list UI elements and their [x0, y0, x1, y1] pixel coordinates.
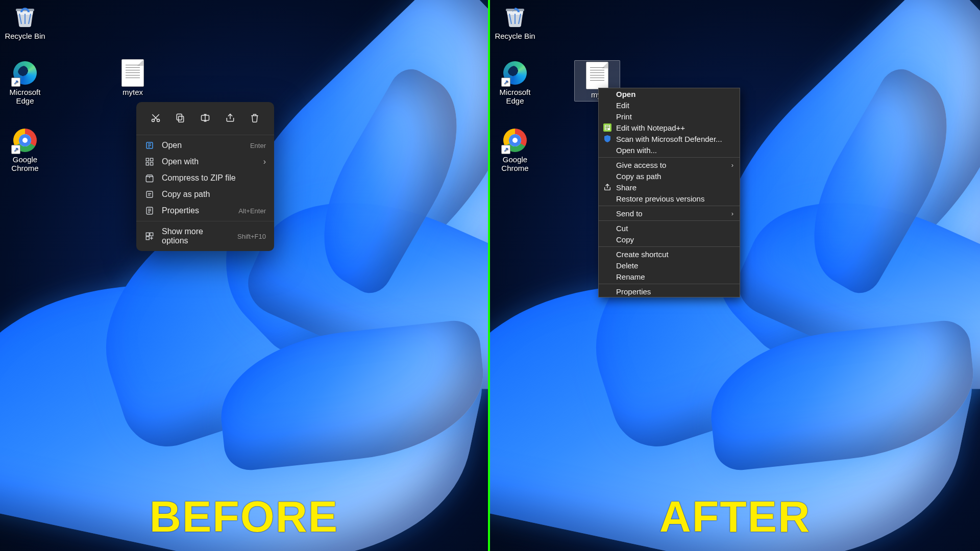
context-item-label: Edit	[616, 101, 733, 110]
desktop-icon-label: Google Chrome	[2, 155, 48, 172]
recycle-bin-icon	[12, 4, 38, 30]
properties-icon	[144, 206, 155, 215]
edge-icon: ↗	[12, 60, 38, 86]
context-item-label: Properties	[162, 206, 231, 215]
chrome-icon: ↗	[502, 128, 528, 153]
classic-item-give-access[interactable]: Give access to ›	[599, 159, 740, 170]
classic-item-share[interactable]: Share	[599, 182, 740, 193]
defender-shield-icon	[603, 135, 612, 143]
context-item-hint: Alt+Enter	[238, 207, 266, 215]
context-item-compress[interactable]: Compress to ZIP file	[136, 170, 274, 186]
classic-item-defender[interactable]: Scan with Microsoft Defender...	[599, 133, 740, 144]
context-item-label: Delete	[616, 261, 733, 270]
classic-item-edit[interactable]: Edit	[599, 99, 740, 111]
svg-rect-10	[151, 163, 153, 165]
classic-item-send-to[interactable]: Send to ›	[599, 208, 740, 219]
desktop-icon-chrome[interactable]: ↗ Google Chrome	[2, 128, 48, 172]
desktop-icon-label: Recycle Bin	[5, 32, 45, 40]
share-button[interactable]	[222, 109, 239, 127]
context-item-label: Open	[162, 141, 243, 150]
classic-item-print[interactable]: Print	[599, 111, 740, 122]
classic-item-properties[interactable]: Properties	[599, 286, 740, 297]
classic-item-open[interactable]: Open	[599, 88, 740, 99]
classic-item-cut[interactable]: Cut	[599, 222, 740, 234]
caption-before: BEFORE	[150, 491, 338, 542]
chevron-right-icon: ›	[263, 157, 266, 166]
svg-rect-3	[179, 116, 184, 122]
svg-rect-7	[146, 158, 149, 161]
context-item-label: Open	[616, 90, 733, 98]
svg-rect-9	[146, 163, 149, 165]
context-item-label: Print	[616, 112, 733, 121]
svg-rect-13	[146, 233, 149, 236]
svg-rect-11	[146, 191, 153, 197]
context-item-label: Copy	[616, 235, 733, 244]
context-item-label: Open with	[162, 157, 256, 166]
svg-point-2	[157, 119, 159, 122]
text-file-icon	[584, 63, 610, 88]
notepadpp-icon	[603, 123, 612, 132]
context-item-label: Show more options	[162, 227, 230, 245]
context-item-label: Send to	[616, 209, 726, 218]
delete-button[interactable]	[246, 109, 263, 127]
shortcut-overlay-icon: ↗	[11, 145, 20, 154]
cut-button[interactable]	[147, 109, 164, 127]
context-item-label: Copy as path	[616, 172, 733, 181]
classic-item-copy-path[interactable]: Copy as path	[599, 170, 740, 182]
svg-rect-4	[177, 114, 182, 120]
desktop-icon-edge[interactable]: ↗ Microsoft Edge	[2, 60, 48, 105]
svg-rect-8	[151, 158, 153, 161]
context-item-label: Rename	[616, 272, 733, 281]
classic-item-restore[interactable]: Restore previous versions	[599, 193, 740, 204]
context-item-label: Edit with Notepad++	[616, 123, 733, 132]
context-item-copy-path[interactable]: Copy as path	[136, 186, 274, 203]
classic-item-open-with[interactable]: Open with...	[599, 144, 740, 156]
desktop-icon-label: mytex	[122, 88, 143, 96]
context-item-label: Compress to ZIP file	[162, 173, 266, 183]
desktop-icon-recycle-bin[interactable]: Recycle Bin	[492, 4, 538, 40]
share-icon	[603, 183, 612, 191]
context-item-more-options[interactable]: Show more options Shift+F10	[136, 223, 274, 249]
copy-path-icon	[144, 190, 155, 199]
desktop-icon-textfile[interactable]: mytex	[110, 60, 156, 96]
chevron-right-icon: ›	[731, 210, 733, 217]
context-item-label: Restore previous versions	[616, 194, 733, 203]
shortcut-overlay-icon: ↗	[11, 78, 20, 87]
context-item-properties[interactable]: Properties Alt+Enter	[136, 203, 274, 219]
context-item-open[interactable]: Open Enter	[136, 137, 274, 154]
context-item-label: Give access to	[616, 161, 726, 169]
zip-icon	[144, 173, 155, 183]
classic-item-notepadpp[interactable]: Edit with Notepad++	[599, 122, 740, 133]
desktop-icon-chrome[interactable]: ↗ Google Chrome	[492, 128, 538, 172]
before-panel: Recycle Bin ↗ Microsoft Edge ↗ Google Ch…	[0, 0, 490, 551]
copy-button[interactable]	[172, 109, 189, 127]
context-item-open-with[interactable]: Open with ›	[136, 154, 274, 170]
context-menu-classic: Open Edit Print Edit with Notepad++ Scan…	[598, 88, 740, 297]
desktop-icon-label: Google Chrome	[492, 155, 538, 172]
rename-button[interactable]	[197, 109, 214, 127]
svg-point-1	[152, 119, 154, 122]
classic-item-shortcut[interactable]: Create shortcut	[599, 248, 740, 260]
classic-item-copy[interactable]: Copy	[599, 234, 740, 245]
context-menu-win11: Open Enter Open with › Compress to ZIP f…	[136, 102, 274, 251]
desktop-icon-edge[interactable]: ↗ Microsoft Edge	[492, 60, 538, 105]
classic-item-rename[interactable]: Rename	[599, 271, 740, 282]
desktop-icon-label: Microsoft Edge	[492, 88, 538, 105]
chrome-icon: ↗	[12, 128, 38, 153]
context-item-label: Open with...	[616, 146, 733, 155]
more-options-icon	[144, 232, 155, 241]
text-file-icon	[120, 60, 145, 86]
edge-icon: ↗	[502, 60, 528, 86]
svg-rect-15	[146, 237, 149, 240]
caption-after: AFTER	[659, 491, 811, 542]
open-with-icon	[144, 157, 155, 166]
classic-item-delete[interactable]: Delete	[599, 260, 740, 271]
context-item-label: Create shortcut	[616, 250, 733, 259]
shortcut-overlay-icon: ↗	[501, 145, 510, 154]
desktop-icon-label: Recycle Bin	[495, 32, 535, 40]
context-item-label: Properties	[616, 287, 733, 296]
context-item-label: Scan with Microsoft Defender...	[616, 135, 733, 143]
wallpaper-bloom	[0, 0, 488, 551]
desktop-icon-label: Microsoft Edge	[2, 88, 48, 105]
desktop-icon-recycle-bin[interactable]: Recycle Bin	[2, 4, 48, 40]
